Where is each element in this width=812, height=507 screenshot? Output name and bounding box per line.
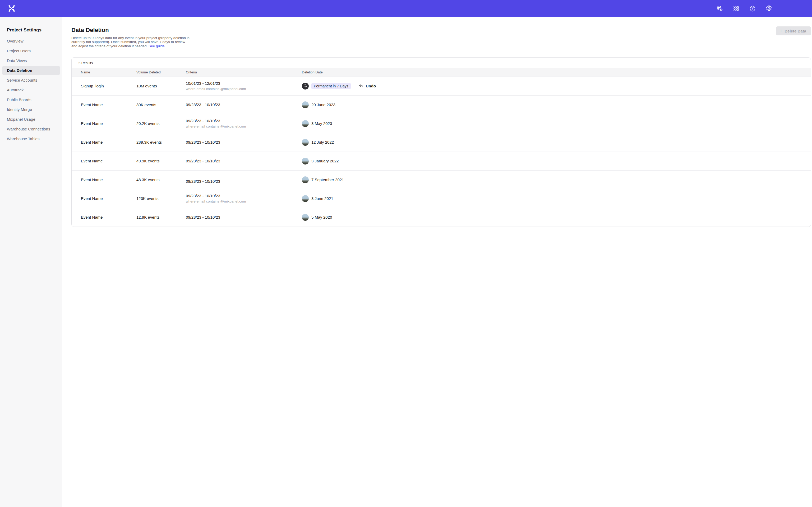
volume-deleted: 48.3K events: [136, 177, 186, 182]
criteria-date-range: 09/23/23 - 10/10/23: [186, 179, 302, 183]
table-row: Event Name 123K events 09/23/23 - 10/10/…: [71, 189, 406, 208]
event-name: Event Name: [71, 196, 136, 201]
criteria-date-range: 09/23/23 - 10/10/23: [186, 159, 302, 163]
sidebar-item-service-accounts[interactable]: Service Accounts: [2, 75, 60, 85]
volume-deleted: 49.9K events: [136, 159, 186, 163]
sidebar-item-public-boards[interactable]: Public Boards: [2, 95, 60, 105]
page-description-text: Delete up to 90 days data for any event …: [71, 36, 190, 48]
table-row: Event Name 30K events 09/23/23 - 10/10/2…: [71, 95, 406, 114]
column-header-deletion-date: Deletion Date: [302, 70, 406, 74]
deletion-date-cell: 12 July 2022: [302, 139, 406, 146]
volume-deleted: 30K events: [136, 103, 186, 107]
sidebar-item-warehouse-connections[interactable]: Warehouse Connections: [2, 124, 60, 134]
criteria-date-range: 10/01/23 - 12/01/23: [186, 81, 302, 86]
event-name: Event Name: [71, 140, 136, 145]
event-name: Event Name: [71, 121, 136, 126]
criteria-date-range: 09/23/23 - 10/10/23: [186, 215, 302, 219]
sidebar-item-warehouse-tables[interactable]: Warehouse Tables: [2, 134, 60, 144]
column-header-name: Name: [71, 70, 136, 74]
deletions-table-card: 5 Results Name Volume Deleted Criteria D…: [71, 57, 406, 227]
table-row: Signup_login 10M events 10/01/23 - 12/01…: [71, 76, 406, 95]
deletion-date-cell: 7 September 2021: [302, 176, 406, 183]
user-avatar: [302, 158, 309, 165]
criteria: 09/23/23 - 10/10/23: [186, 176, 302, 183]
criteria: 09/23/23 - 10/10/23: [186, 215, 302, 219]
page-description: Delete up to 90 days data for any event …: [71, 36, 191, 48]
criteria-date-range: 09/23/23 - 10/10/23: [186, 119, 302, 123]
undo-arrow-icon: [359, 84, 363, 89]
page-title: Data Deletion: [71, 27, 191, 34]
undo-button[interactable]: Undo: [359, 84, 376, 89]
main-content: Data Deletion Delete up to 90 days data …: [62, 17, 406, 227]
user-avatar: [302, 120, 309, 127]
see-guide-link[interactable]: See guide: [149, 44, 165, 48]
deletion-date-cell: 3 January 2022: [302, 158, 406, 165]
table-row: Event Name 239.3K events 09/23/23 - 10/1…: [71, 133, 406, 152]
volume-deleted: 123K events: [136, 196, 186, 201]
criteria: 09/23/23 - 10/10/23: [186, 103, 302, 107]
criteria-date-range: 09/23/23 - 10/10/23: [186, 103, 302, 107]
mixpanel-logo[interactable]: [7, 4, 16, 13]
deletion-date: 3 June 2021: [311, 196, 333, 201]
table-row: Event Name 49.9K events 09/23/23 - 10/10…: [71, 152, 406, 170]
user-avatar: [302, 176, 309, 183]
status-badge: Permanent in 7 Days: [311, 83, 351, 89]
volume-deleted: 10M events: [136, 84, 186, 88]
sidebar-item-mixpanel-usage[interactable]: Mixpanel Usage: [2, 115, 60, 124]
user-avatar: [302, 82, 309, 90]
event-name: Event Name: [71, 215, 136, 219]
sidebar-item-data-deletion[interactable]: Data Deletion: [2, 66, 60, 75]
deletion-date: 7 September 2021: [311, 177, 344, 182]
criteria: 10/01/23 - 12/01/23 where email contains…: [186, 81, 302, 91]
deletion-date: 20 June 2023: [311, 103, 336, 107]
user-avatar: [302, 139, 309, 146]
user-avatar: [302, 101, 309, 108]
criteria: 09/23/23 - 10/10/23: [186, 159, 302, 163]
criteria-where-clause: where email contains @mixpanel.com: [186, 124, 302, 128]
project-settings-sidebar: Project Settings OverviewProject UsersDa…: [0, 17, 62, 253]
volume-deleted: 12.9K events: [136, 215, 186, 219]
criteria-date-range: 09/23/23 - 10/10/23: [186, 140, 302, 145]
deletion-date: 3 January 2022: [311, 159, 339, 163]
deletion-date-cell: Permanent in 7 Days Undo: [302, 82, 406, 90]
sidebar-title: Project Settings: [0, 27, 60, 37]
table-row: Event Name 48.3K events 09/23/23 - 10/10…: [71, 170, 406, 189]
deletion-date: 3 May 2023: [311, 121, 332, 126]
deletion-date: 5 May 2020: [311, 215, 332, 219]
results-count: 5 Results: [71, 58, 406, 68]
criteria: 09/23/23 - 10/10/23: [186, 140, 302, 145]
event-name: Event Name: [71, 177, 136, 182]
deletion-date-cell: 5 May 2020: [302, 214, 406, 221]
event-name: Event Name: [71, 103, 136, 107]
criteria: 09/23/23 - 10/10/23 where email contains…: [186, 119, 302, 128]
table-row: Event Name 20.2K events 09/23/23 - 10/10…: [71, 114, 406, 133]
deletion-date-cell: 3 June 2021: [302, 195, 406, 202]
column-header-criteria: Criteria: [186, 70, 302, 74]
event-name: Signup_login: [71, 84, 136, 88]
deletion-date-cell: 20 June 2023: [302, 101, 406, 108]
sidebar-item-identity-merge[interactable]: Identity Merge: [2, 105, 60, 114]
avatar-art-icon: [302, 82, 309, 90]
criteria-where-clause: where email contains @mixpanel.com: [186, 87, 302, 91]
criteria: 09/23/23 - 10/10/23 where email contains…: [186, 193, 302, 203]
topbar: [0, 0, 406, 17]
user-avatar: [302, 214, 309, 221]
table-row: Event Name 12.9K events 09/23/23 - 10/10…: [71, 208, 406, 227]
sidebar-item-data-views[interactable]: Data Views: [2, 56, 60, 65]
sidebar-item-project-users[interactable]: Project Users: [2, 46, 60, 56]
criteria-date-range: 09/23/23 - 10/10/23: [186, 193, 302, 198]
table-header-row: Name Volume Deleted Criteria Deletion Da…: [71, 68, 406, 76]
deletion-date: 12 July 2022: [311, 140, 334, 145]
volume-deleted: 239.3K events: [136, 140, 186, 145]
user-avatar: [302, 195, 309, 202]
volume-deleted: 20.2K events: [136, 121, 186, 126]
undo-label: Undo: [366, 84, 376, 88]
mixpanel-logo-icon: [8, 4, 15, 12]
deletion-date-cell: 3 May 2023: [302, 120, 406, 127]
criteria-where-clause: where email contains @mixpanel.com: [186, 200, 302, 203]
column-header-volume: Volume Deleted: [136, 70, 186, 74]
sidebar-item-overview[interactable]: Overview: [2, 37, 60, 46]
event-name: Event Name: [71, 159, 136, 163]
sidebar-item-autotrack[interactable]: Autotrack: [2, 85, 60, 95]
